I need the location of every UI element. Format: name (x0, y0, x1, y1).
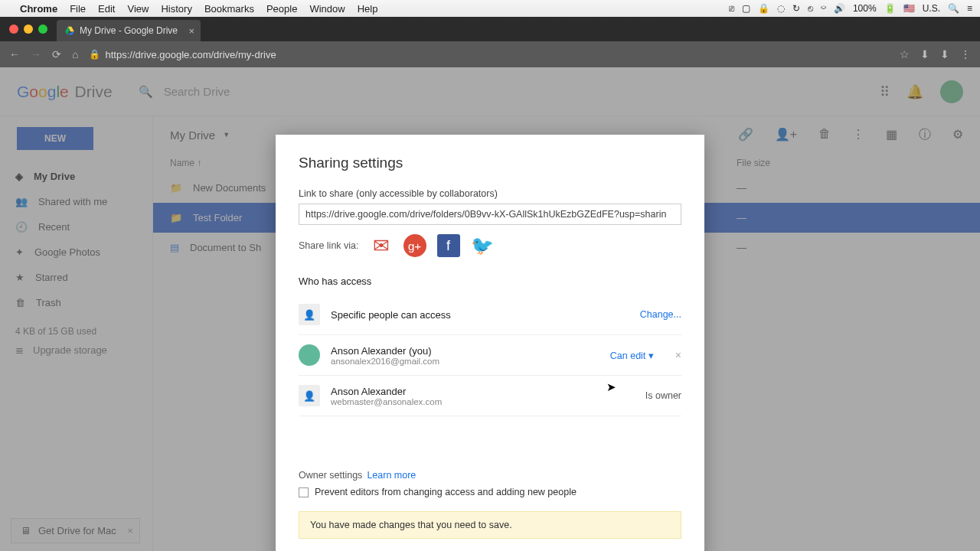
browser-tab-strip: My Drive - Google Drive × (0, 17, 980, 41)
download-icon[interactable]: ⬇ (920, 48, 929, 60)
url-text: https://drive.google.com/drive/my-drive (105, 49, 276, 60)
tab-title: My Drive - Google Drive (80, 25, 178, 36)
facebook-icon[interactable]: f (437, 234, 460, 257)
maximize-window-button[interactable] (38, 24, 47, 34)
app-name[interactable]: Chrome (20, 3, 57, 15)
volume-icon[interactable]: 🔊 (834, 3, 845, 14)
gmail-icon[interactable]: ✉ (370, 234, 393, 257)
dialog-title: Sharing settings (299, 155, 681, 171)
window-controls (6, 17, 54, 41)
menu-file[interactable]: File (70, 3, 86, 15)
browser-toolbar: ← → ⟳ ⌂ 🔒 https://drive.google.com/drive… (0, 41, 980, 67)
battery-icon[interactable]: 🔋 (884, 3, 896, 14)
airplay-icon[interactable]: ▢ (742, 3, 750, 14)
avatar-icon (299, 344, 320, 366)
share-link-input[interactable] (299, 204, 681, 225)
locale-label: U.S. (923, 3, 940, 14)
spotlight-icon[interactable]: 🔍 (948, 3, 959, 14)
browser-tab[interactable]: My Drive - Google Drive × (57, 20, 201, 41)
link-label: Link to share (only accessible by collab… (299, 188, 681, 199)
access-row-owner: 👤 Anson Alexander webmaster@ansonalex.co… (299, 376, 681, 416)
people-icon: 👤 (299, 304, 320, 325)
owner-settings-label: Owner settings (299, 470, 362, 481)
lock-icon: 🔒 (89, 49, 100, 60)
learn-more-link[interactable]: Learn more (367, 470, 416, 481)
battery-percent[interactable]: 100% (853, 3, 877, 14)
menu-icon[interactable]: ≡ (967, 3, 972, 14)
browser-menu-icon[interactable]: ⋮ (960, 48, 971, 60)
macos-menubar: Chrome File Edit View History Bookmarks … (0, 0, 980, 17)
star-icon[interactable]: ☆ (900, 48, 910, 60)
google-plus-icon[interactable]: g+ (403, 234, 426, 257)
download-icon-2[interactable]: ⬇ (940, 48, 949, 60)
address-bar[interactable]: 🔒 https://drive.google.com/drive/my-driv… (89, 49, 889, 60)
menu-edit[interactable]: Edit (98, 3, 115, 15)
unsaved-changes-banner: You have made changes that you need to s… (299, 511, 681, 539)
owner-label: Is owner (645, 390, 681, 401)
menu-bookmarks[interactable]: Bookmarks (204, 3, 254, 15)
prevent-editors-label: Prevent editors from changing access and… (315, 487, 577, 497)
menu-window[interactable]: Window (309, 3, 345, 15)
access-row-visibility: 👤 Specific people can access Change... (299, 295, 681, 335)
lock-icon[interactable]: 🔒 (758, 3, 769, 14)
share-via-label: Share link via: (299, 240, 359, 251)
permission-dropdown[interactable]: Can edit ▾ (610, 350, 654, 361)
twitter-icon[interactable]: 🐦 (471, 234, 494, 257)
minimize-window-button[interactable] (24, 24, 33, 34)
access-row-you: Anson Alexander (you) ansonalex2016@gmai… (299, 335, 681, 376)
wifi-icon[interactable]: ⌔ (821, 3, 826, 14)
menu-people[interactable]: People (266, 3, 297, 15)
change-visibility-link[interactable]: Change... (640, 309, 681, 320)
remove-person-icon[interactable]: × (675, 349, 681, 361)
reload-button[interactable]: ⟳ (52, 48, 61, 60)
timemachine-icon[interactable]: ↻ (792, 3, 800, 14)
home-button[interactable]: ⌂ (72, 48, 78, 60)
screencast-icon[interactable]: ⎚ (729, 3, 734, 14)
close-window-button[interactable] (9, 24, 18, 34)
sharing-settings-dialog: Sharing settings Link to share (only acc… (276, 135, 704, 551)
person-icon: 👤 (299, 385, 320, 406)
tab-close-icon[interactable]: × (188, 25, 194, 37)
drive-app: Google Drive 🔍 Search Drive ⠿ 🔔 NEW ◈My … (0, 67, 980, 551)
forward-button: → (31, 48, 41, 60)
drive-favicon-icon (64, 25, 75, 36)
prevent-editors-checkbox[interactable] (299, 487, 309, 497)
menu-help[interactable]: Help (358, 3, 378, 15)
sync-icon[interactable]: ◌ (777, 3, 785, 14)
flag-icon[interactable]: 🇺🇸 (903, 3, 915, 14)
bluetooth-icon[interactable]: ⎋ (808, 3, 813, 14)
menu-history[interactable]: History (161, 3, 191, 15)
menu-view[interactable]: View (127, 3, 149, 15)
back-button[interactable]: ← (9, 48, 20, 60)
who-has-access-header: Who has access (299, 276, 681, 287)
